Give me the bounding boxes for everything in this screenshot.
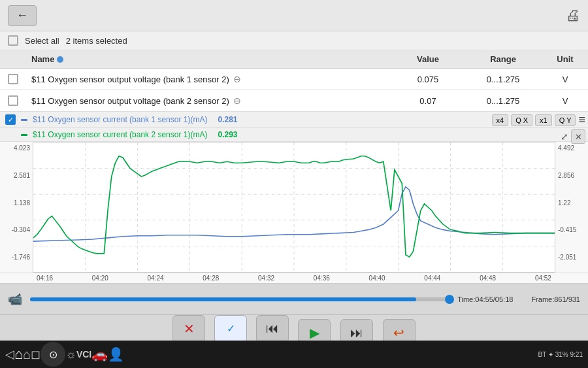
name-indicator bbox=[57, 56, 63, 63]
show-icon: ✓ bbox=[214, 315, 247, 343]
car-icon[interactable]: 🚗 bbox=[91, 346, 108, 362]
y-right-label-1: 2.856 bbox=[558, 172, 585, 179]
legend2-label: $11 Oxygen sensor current (bank 2 sensor… bbox=[33, 130, 207, 139]
time-label: Time:04:55/05:18 bbox=[457, 295, 513, 303]
graph-section: $11 Oxygen sensor current (bank 1 sensor… bbox=[0, 112, 588, 284]
x-label-6: 04:40 bbox=[369, 275, 385, 282]
status-info: BT ✦ 31% 9:21 bbox=[538, 351, 583, 358]
y-left-label-1: 2.581 bbox=[3, 172, 30, 179]
table-header: Name Value Range Unit bbox=[0, 50, 588, 69]
select-all-label: Select all bbox=[25, 36, 59, 46]
table-row: $11 Oxygen sensor output voltage (bank 2… bbox=[0, 90, 588, 112]
x-label-9: 04:52 bbox=[535, 275, 551, 282]
vci-icon[interactable]: VCI bbox=[76, 349, 91, 360]
record-icon: 📹 bbox=[8, 292, 22, 307]
print-icon: 🖨 bbox=[566, 7, 580, 24]
x-label-7: 04:44 bbox=[424, 275, 440, 282]
square-icon[interactable]: ◻ bbox=[31, 347, 41, 361]
row1-check[interactable] bbox=[0, 69, 26, 90]
row2-value: 0.07 bbox=[392, 91, 464, 111]
y-left-label-0: 4.023 bbox=[3, 144, 30, 152]
y-left-label-3: -0.304 bbox=[3, 226, 30, 233]
camera-icon[interactable]: ⊙ bbox=[41, 342, 65, 367]
graph-svg bbox=[33, 142, 555, 272]
y-right-label-2: 1.22 bbox=[558, 199, 585, 207]
timeline-track[interactable] bbox=[30, 297, 449, 301]
row2-checkbox[interactable] bbox=[8, 95, 18, 106]
timeline-fill bbox=[30, 297, 416, 301]
timeline-thumb[interactable] bbox=[445, 295, 454, 304]
col-range-header: Range bbox=[464, 54, 542, 64]
y-right-label-0: 4.492 bbox=[558, 144, 585, 152]
house-icon[interactable]: ⌂ bbox=[23, 347, 31, 362]
row2-check[interactable] bbox=[0, 90, 26, 111]
graph-canvas[interactable] bbox=[33, 142, 555, 273]
y-axis-right: 4.492 2.856 1.22 -0.415 -2.051 bbox=[555, 142, 588, 273]
zoom-x4-button[interactable]: x4 bbox=[492, 114, 509, 126]
x-label-8: 04:48 bbox=[480, 275, 496, 282]
frame-label: Frame:861/931 bbox=[531, 295, 580, 303]
x-label-0: 04:16 bbox=[37, 275, 53, 282]
graph-checkbox[interactable] bbox=[5, 114, 16, 125]
selected-count: 2 items selected bbox=[66, 36, 127, 46]
x-label-4: 04:32 bbox=[258, 275, 274, 282]
android-bar: ◁ ⌂ ⌂ ◻ ⊙ ☼ VCI 🚗 👤 BT ✦ 31% 9:21 bbox=[0, 341, 588, 368]
row1-range: 0...1.275 bbox=[464, 69, 542, 90]
x-label-3: 04:28 bbox=[203, 275, 219, 282]
legend1-label: $11 Oxygen sensor current (bank 1 sensor… bbox=[33, 115, 207, 124]
col-name-header: Name bbox=[26, 54, 392, 64]
row1-checkbox[interactable] bbox=[8, 74, 18, 84]
row2-icon: ⊖ bbox=[233, 95, 241, 106]
print-button[interactable]: 🖨 bbox=[566, 7, 580, 24]
top-bar: ← 🖨 bbox=[0, 0, 588, 31]
back-arrow-icon: ← bbox=[16, 8, 28, 22]
zoom-y-button[interactable]: Q Y bbox=[555, 114, 576, 126]
zoom-x-button[interactable]: Q X bbox=[511, 114, 532, 126]
x-label-5: 04:36 bbox=[314, 275, 330, 282]
expand-icon[interactable]: ⤢ bbox=[561, 131, 568, 142]
zoom-x1-button[interactable]: x1 bbox=[535, 114, 552, 126]
legend-green-icon bbox=[21, 134, 27, 136]
back-button[interactable]: ← bbox=[8, 5, 37, 26]
select-all-checkbox[interactable] bbox=[8, 35, 18, 46]
user-icon[interactable]: 👤 bbox=[108, 346, 124, 362]
row2-unit: V bbox=[542, 91, 588, 111]
col-value-header: Value bbox=[392, 54, 464, 64]
back-android-icon[interactable]: ◁ bbox=[5, 347, 14, 361]
graph-lines-icon[interactable]: ≡ bbox=[578, 113, 585, 127]
timeline-bar: 📹 Time:04:55/05:18 Frame:861/931 bbox=[0, 284, 588, 315]
settings-icon[interactable]: ☼ bbox=[65, 348, 76, 361]
graph-value1: 0.281 bbox=[218, 115, 237, 124]
graph-container: 4.023 2.581 1.138 -0.304 -1.746 bbox=[0, 142, 588, 273]
legend-blue-icon bbox=[21, 119, 27, 121]
row1-name: $11 Oxygen sensor output voltage (bank 1… bbox=[26, 69, 392, 90]
y-right-label-4: -2.051 bbox=[558, 254, 585, 261]
row1-value: 0.075 bbox=[392, 69, 464, 90]
select-all-row: Select all 2 items selected bbox=[0, 31, 588, 50]
x-axis-labels: 04:16 04:20 04:24 04:28 04:32 04:36 04:4… bbox=[0, 273, 588, 283]
cancel-icon: ✕ bbox=[172, 315, 205, 343]
x-label-2: 04:24 bbox=[148, 275, 164, 282]
row2-range: 0...1.275 bbox=[464, 91, 542, 111]
row1-icon: ⊖ bbox=[233, 74, 241, 84]
col-check bbox=[0, 54, 26, 64]
row2-name: $11 Oxygen sensor output voltage (bank 2… bbox=[26, 90, 392, 111]
y-axis-left: 4.023 2.581 1.138 -0.304 -1.746 bbox=[0, 142, 33, 273]
x-label-1: 04:20 bbox=[92, 275, 108, 282]
y-right-label-3: -0.415 bbox=[558, 226, 585, 233]
y-left-label-2: 1.138 bbox=[3, 199, 30, 207]
y-left-label-4: -1.746 bbox=[3, 254, 30, 261]
legend2-spacer bbox=[5, 129, 16, 140]
col-unit-header: Unit bbox=[542, 54, 588, 64]
table-row: $11 Oxygen sensor output voltage (bank 1… bbox=[0, 69, 588, 90]
home-android-icon[interactable]: ⌂ bbox=[14, 346, 23, 363]
prev-icon: ⏮ bbox=[256, 315, 289, 343]
row1-unit: V bbox=[542, 69, 588, 90]
graph-value2: 0.293 bbox=[218, 130, 237, 139]
